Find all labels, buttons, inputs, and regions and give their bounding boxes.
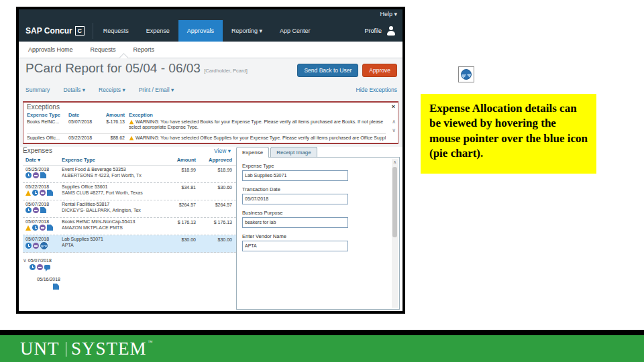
report-header: PCard Report for 05/04 - 06/03 [Cardhold… bbox=[19, 58, 402, 85]
col-expense-type[interactable]: Expense Type bbox=[27, 112, 68, 118]
chevron-down-icon[interactable]: ∨ bbox=[392, 127, 396, 133]
nav-item-reporting[interactable]: Reporting ▾ bbox=[223, 20, 271, 42]
help-menu[interactable]: Help ▾ bbox=[380, 11, 397, 17]
expense-vendor: AMAZON MKTPLACE PMTS bbox=[62, 225, 162, 231]
col-date[interactable]: Date ▾ bbox=[23, 157, 62, 165]
sub-navbar: Approvals Home Requests Reports bbox=[19, 42, 402, 58]
expense-approved: $30.60 bbox=[196, 183, 233, 200]
expense-vendor: ALBERTSONS # 4223, Fort Worth, Tx bbox=[62, 173, 162, 179]
business-purpose-field[interactable]: beakers for lab bbox=[242, 217, 348, 228]
field-label: Business Purpose bbox=[242, 210, 399, 216]
col-amount[interactable]: Amount bbox=[99, 112, 129, 118]
expense-type-field[interactable]: Lab Supplies-53071 bbox=[242, 170, 348, 181]
warning-icon bbox=[25, 225, 31, 231]
page-title: PCard Report for 05/04 - 06/03 [Cardhold… bbox=[25, 61, 248, 76]
card-icon bbox=[33, 172, 39, 178]
exception-amount: $88.62 bbox=[99, 135, 129, 140]
nav-item-requests[interactable]: Requests bbox=[95, 20, 138, 42]
field-label: Transaction Date bbox=[242, 186, 399, 192]
col-exception[interactable]: Exception bbox=[129, 112, 386, 118]
row-divider bbox=[27, 133, 386, 134]
clock-icon bbox=[25, 243, 32, 249]
chevron-up-icon[interactable]: ∧ bbox=[392, 119, 396, 125]
chevron-down-icon[interactable]: ∨ bbox=[23, 257, 27, 263]
clock-icon bbox=[32, 225, 38, 231]
expense-row[interactable]: 05/07/2018 Books RefNC Mtrls-NonCap-5541… bbox=[23, 218, 236, 235]
toolbar-summary[interactable]: Summary bbox=[25, 86, 50, 93]
action-buttons: Send Back to User Approve bbox=[297, 64, 397, 77]
view-dropdown[interactable]: View ▾ bbox=[214, 147, 231, 154]
pie-icon[interactable] bbox=[40, 242, 48, 249]
close-icon[interactable]: × bbox=[392, 103, 395, 110]
exceptions-panel: Exceptions × Expense Type Date Amount Ex… bbox=[23, 101, 398, 144]
exception-date: 05/07/2018 bbox=[68, 119, 99, 124]
expense-row-selected[interactable]: 05/07/2018 Lab Supplies 53071 APTA $30.0… bbox=[23, 235, 236, 253]
receipt-icon bbox=[47, 225, 53, 231]
expenses-table-header: Date ▾ Expense Type Amount Approved bbox=[23, 157, 236, 166]
expenses-section: Expenses View ▾ « Date ▾ Expense Type Am… bbox=[19, 147, 402, 311]
trademark-symbol: ™ bbox=[148, 340, 154, 345]
send-back-to-user-button[interactable]: Send Back to User bbox=[297, 64, 358, 77]
detail-scrollbar[interactable]: ∧ bbox=[392, 159, 398, 308]
warning-icon bbox=[25, 190, 31, 196]
expense-name: Books RefNC Mtrls-NonCap-55413 bbox=[62, 219, 162, 225]
subnav-reports[interactable]: Reports bbox=[133, 46, 155, 53]
exception-type: Books RefNC... bbox=[27, 119, 68, 124]
chevron-up-icon[interactable]: ∧ bbox=[392, 160, 398, 165]
subnav-approvals-home[interactable]: Approvals Home bbox=[28, 46, 73, 53]
exception-text: WARNING: You have selected Books for you… bbox=[129, 119, 386, 129]
callout-note: Expense Allocation details can be viewed… bbox=[421, 94, 596, 174]
clock-icon bbox=[30, 264, 36, 270]
main-nav: SAP Concur C Requests Expense Approvals … bbox=[19, 20, 402, 42]
toolbar-receipts[interactable]: Receipts ▾ bbox=[99, 86, 125, 93]
subnav-requests[interactable]: Requests bbox=[91, 46, 116, 53]
card-icon bbox=[33, 207, 39, 213]
report-content: PCard Report for 05/04 - 06/03 [Cardhold… bbox=[19, 58, 402, 311]
expense-row[interactable]: 05/07/2018 Rental Facilities-53817 DICKE… bbox=[23, 200, 236, 218]
clock-icon bbox=[25, 172, 32, 178]
nav-item-approvals[interactable]: Approvals bbox=[178, 20, 223, 42]
expense-row[interactable]: 05/22/2018 Supplies Office 53601 SAMS CL… bbox=[23, 183, 236, 200]
expense-row-expanded[interactable]: ∨05/07/2018 bbox=[23, 257, 60, 270]
col-amount[interactable]: Amount bbox=[162, 157, 196, 165]
nav-item-app-center[interactable]: App Center bbox=[271, 20, 319, 42]
exception-row[interactable]: Supplies Offic... 05/22/2018 $88.62 WARN… bbox=[27, 135, 386, 141]
profile-menu[interactable]: Profile bbox=[358, 20, 402, 42]
toolbar-details[interactable]: Details ▾ bbox=[63, 86, 85, 93]
expense-amount: $34.81 bbox=[162, 183, 196, 200]
unt-system-logo: UNT SYSTEM ™ bbox=[20, 339, 153, 359]
chat-icon bbox=[44, 265, 50, 269]
col-date[interactable]: Date bbox=[68, 112, 99, 118]
detail-tabs: Expense Receipt Image bbox=[236, 147, 317, 158]
expense-date: 05/07/2018 bbox=[25, 237, 49, 241]
nav-item-expense[interactable]: Expense bbox=[138, 20, 178, 42]
scrollbar-thumb[interactable] bbox=[392, 167, 397, 237]
receipt-icon bbox=[40, 207, 46, 213]
expense-date: 05/07/2018 bbox=[25, 219, 49, 224]
card-icon bbox=[40, 190, 46, 196]
report-toolbar: Summary Details ▾ Receipts ▾ Print / Ema… bbox=[25, 86, 397, 93]
exceptions-scroll[interactable]: ∧ ∨ bbox=[392, 119, 396, 133]
exceptions-title: Exceptions bbox=[27, 103, 60, 111]
expense-row[interactable]: 05/25/2018 Event Food & Beverage 53353 A… bbox=[23, 166, 236, 183]
expense-date: 05/22/2018 bbox=[25, 184, 49, 189]
col-approved[interactable]: Approved bbox=[196, 157, 233, 165]
sap-concur-logo[interactable]: SAP Concur C bbox=[19, 20, 91, 42]
expense-detail-panel: Expense Receipt Image Expense Type Lab S… bbox=[236, 147, 400, 311]
vendor-name-field[interactable]: APTA bbox=[242, 241, 348, 251]
toolbar-print-email[interactable]: Print / Email ▾ bbox=[139, 86, 174, 93]
clock-icon bbox=[32, 190, 38, 196]
tab-receipt-image[interactable]: Receipt Image bbox=[270, 147, 317, 158]
expense-name: Lab Supplies 53071 bbox=[62, 237, 162, 243]
concur-app-screenshot: Help ▾ SAP Concur C Requests Expense App… bbox=[16, 7, 405, 314]
expense-name: Rental Facilities-53817 bbox=[62, 202, 162, 208]
tab-expense[interactable]: Expense bbox=[236, 147, 269, 158]
expense-date: 05/07/2018 bbox=[28, 258, 52, 263]
col-expense-type[interactable]: Expense Type bbox=[62, 157, 162, 165]
expense-approved: $18.99 bbox=[196, 166, 233, 182]
hide-exceptions-link[interactable]: Hide Exceptions bbox=[356, 86, 397, 93]
receipt-icon bbox=[47, 190, 53, 196]
approve-button[interactable]: Approve bbox=[362, 64, 397, 77]
transaction-date-field[interactable]: 05/07/2018 bbox=[242, 194, 348, 204]
exception-row[interactable]: Books RefNC... 05/07/2018 $-176.13 WARNI… bbox=[27, 119, 386, 129]
